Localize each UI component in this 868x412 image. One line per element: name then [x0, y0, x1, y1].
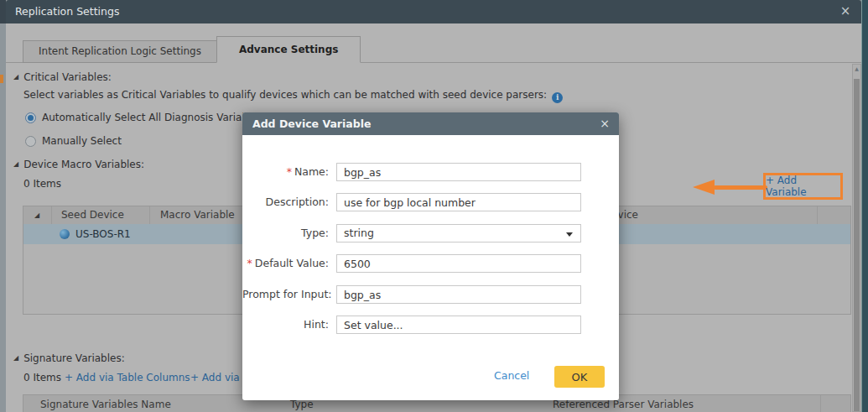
name-label: Name:: [294, 165, 329, 178]
router-device-icon: [60, 229, 70, 239]
annotation-arrow-shaft: [714, 185, 767, 190]
device-macro-items-count: 0 Items: [23, 178, 61, 190]
modal-titlebar[interactable]: Add Device Variable ×: [242, 112, 619, 135]
description-label: Description:: [242, 193, 329, 211]
collapse-triangle-icon[interactable]: ◢: [13, 355, 18, 362]
radio-selected-icon[interactable]: [25, 112, 36, 123]
background-app-right-edge: [861, 0, 868, 412]
modal-title: Add Device Variable: [252, 112, 371, 135]
tab-intent-replication-logic-settings[interactable]: Intent Replication Logic Settings: [23, 40, 216, 63]
hint-field[interactable]: [336, 316, 581, 334]
info-icon[interactable]: i: [552, 92, 563, 103]
signature-variables-heading-label: Signature Variables:: [23, 352, 125, 364]
field-row-description: Description:: [242, 193, 619, 211]
type-label: Type:: [242, 224, 329, 243]
dialog-titlebar[interactable]: Replication Settings ×: [6, 0, 861, 23]
vertical-scrollbar[interactable]: ▲: [852, 64, 861, 412]
background-app-orange-marker: [0, 75, 3, 83]
signature-variables-heading: ◢ Signature Variables:: [13, 352, 125, 364]
ok-button[interactable]: OK: [554, 366, 605, 388]
radio-manually-select[interactable]: Manually Select: [25, 135, 122, 147]
scrollbar-thumb[interactable]: [854, 79, 860, 411]
screen: Replication Settings × Intent Replicatio…: [0, 0, 868, 412]
tab-advance-settings[interactable]: Advance Settings: [216, 36, 361, 63]
table-collapse-triangle-icon[interactable]: ◢: [34, 212, 39, 219]
type-select[interactable]: string: [336, 224, 581, 243]
chevron-down-icon: [566, 232, 573, 237]
seed-device-name: US-BOS-R1: [75, 228, 131, 240]
cancel-button[interactable]: Cancel: [494, 369, 529, 382]
critical-variables-description: Select variables as Critical Variables t…: [23, 89, 563, 103]
critical-variables-heading-label: Critical Variables:: [23, 71, 112, 83]
add-via-table-columns-link[interactable]: + Add via Table Columns: [65, 372, 190, 383]
background-app-left-edge: [0, 0, 6, 412]
device-macro-variables-heading: ◢ Device Macro Variables:: [13, 159, 144, 170]
add-device-variable-modal: Add Device Variable × *Name: Description…: [242, 112, 619, 400]
description-field[interactable]: [336, 193, 581, 211]
default-value-label: Default Value:: [255, 257, 329, 269]
collapse-triangle-icon[interactable]: ◢: [13, 74, 18, 81]
signature-items-count: 0 Items: [23, 372, 61, 383]
background-app-left-edge-top: [0, 0, 6, 23]
default-value-field[interactable]: [336, 254, 581, 273]
field-row-type: Type: string: [242, 224, 619, 243]
prompt-for-input-field[interactable]: [336, 285, 581, 304]
add-variable-link[interactable]: + Add Variable: [766, 175, 840, 198]
radio-automatically-select[interactable]: Automatically Select All Diagnosis Varia…: [25, 112, 262, 123]
hint-label: Hint:: [242, 316, 329, 334]
annotation-arrow-head-icon: [693, 180, 715, 195]
close-icon[interactable]: ×: [836, 0, 855, 23]
dialog-title: Replication Settings: [15, 0, 119, 23]
type-select-value: string: [344, 227, 374, 239]
modal-close-icon[interactable]: ×: [595, 112, 614, 135]
field-row-name: *Name:: [242, 163, 619, 181]
radio-unselected-icon[interactable]: [25, 136, 36, 147]
column-seed-device: Seed Device: [61, 206, 124, 224]
column-signature-variables-name: Signature Variables Name: [40, 395, 171, 412]
required-asterisk: *: [247, 257, 252, 269]
prompt-for-input-label: Prompt for Input:: [242, 285, 329, 304]
critical-variables-heading: ◢ Critical Variables:: [13, 71, 112, 83]
add-variable-annotation-box: + Add Variable: [763, 173, 843, 200]
field-row-default-value: *Default Value:: [242, 254, 619, 273]
field-row-hint: Hint:: [242, 316, 619, 334]
column-macro-variable: Macro Variable: [160, 206, 235, 224]
tab-bar: Intent Replication Logic Settings Advanc…: [6, 23, 861, 63]
name-field[interactable]: [336, 163, 581, 181]
radio-manually-select-label: Manually Select: [42, 135, 122, 147]
device-macro-variables-heading-label: Device Macro Variables:: [23, 159, 144, 170]
collapse-triangle-icon[interactable]: ◢: [13, 161, 18, 168]
radio-automatically-select-label: Automatically Select All Diagnosis Varia…: [42, 112, 262, 123]
scroll-up-arrow-icon[interactable]: ▲: [853, 65, 860, 71]
required-asterisk: *: [287, 165, 292, 178]
field-row-prompt-for-input: Prompt for Input:: [242, 285, 619, 304]
